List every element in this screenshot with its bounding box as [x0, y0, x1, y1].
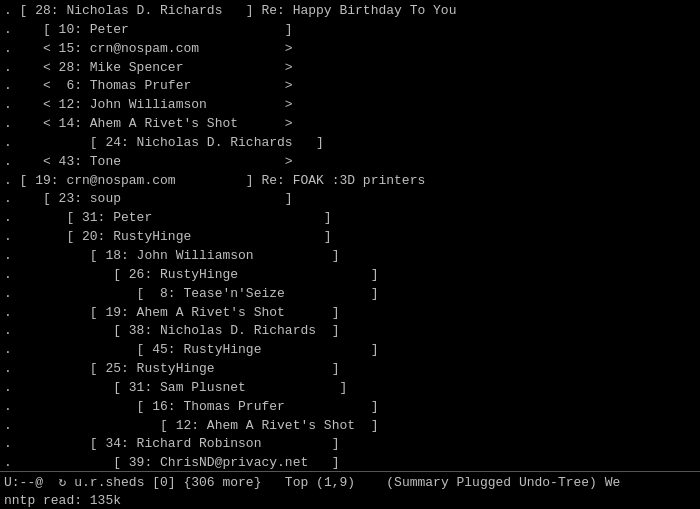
line-15: . [ 8: Tease'n'Seize ] [4, 286, 378, 301]
line-13: . [ 18: John Williamson ] [4, 248, 339, 263]
main-content[interactable]: . [ 28: Nicholas D. Richards ] Re: Happy… [0, 0, 700, 471]
line-14: . [ 26: RustyHinge ] [4, 267, 378, 282]
line-17: . [ 38: Nicholas D. Richards ] [4, 323, 339, 338]
line-18: . [ 45: RustyHinge ] [4, 342, 378, 357]
line-20: . [ 31: Sam Plusnet ] [4, 380, 347, 395]
line-5: . < 12: John Williamson > [4, 97, 293, 112]
line-4: . < 6: Thomas Prufer > [4, 78, 293, 93]
line-7: . [ 24: Nicholas D. Richards ] [4, 135, 324, 150]
line-24: . [ 39: ChrisND@privacy.net ] [4, 455, 339, 470]
terminal: . [ 28: Nicholas D. Richards ] Re: Happy… [0, 0, 700, 509]
line-3: . < 28: Mike Spencer > [4, 60, 293, 75]
line-11: . [ 31: Peter ] [4, 210, 332, 225]
line-8: . < 43: Tone > [4, 154, 293, 169]
bottom-bar: nntp read: 135k [0, 491, 700, 509]
line-21: . [ 16: Thomas Prufer ] [4, 399, 378, 414]
line-19: . [ 25: RustyHinge ] [4, 361, 339, 376]
status-bar: U:--@ ↻ u.r.sheds [0] {306 more} Top (1,… [0, 471, 700, 491]
line-6: . < 14: Ahem A Rivet's Shot > [4, 116, 293, 131]
status-text: U:--@ ↻ u.r.sheds [0] {306 more} Top (1,… [4, 474, 620, 490]
bottom-text: nntp read: 135k [4, 493, 121, 508]
line-10: . [ 23: soup ] [4, 191, 293, 206]
line-9: . [ 19: crn@nospam.com ] Re: FOAK :3D pr… [4, 173, 425, 188]
line-22: . [ 12: Ahem A Rivet's Shot ] [4, 418, 378, 433]
line-12: . [ 20: RustyHinge ] [4, 229, 332, 244]
line-23: . [ 34: Richard Robinson ] [4, 436, 339, 451]
line-2: . < 15: crn@nospam.com > [4, 41, 293, 56]
line-0: . [ 28: Nicholas D. Richards ] Re: Happy… [4, 3, 456, 18]
line-16: . [ 19: Ahem A Rivet's Shot ] [4, 305, 339, 320]
line-1: . [ 10: Peter ] [4, 22, 293, 37]
